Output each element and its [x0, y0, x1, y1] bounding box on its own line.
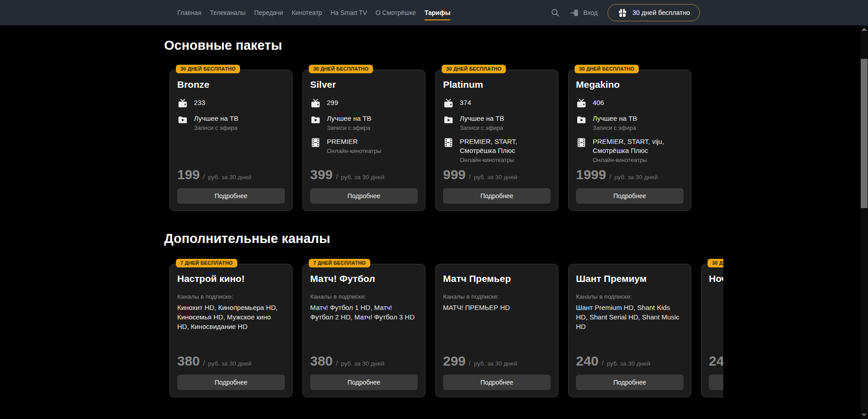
- feature-text: Лучшее на ТВ: [593, 114, 637, 123]
- channels-list: МАТЧ! ПРЕМЬЕР HD: [443, 303, 551, 312]
- nav-item-smart-tv[interactable]: На Smart TV: [330, 0, 367, 25]
- price-value: 399: [310, 167, 333, 182]
- addon-card-match-futbol: 7 ДНЕЙ БЕСПЛАТНО Матч! Футбол Каналы в п…: [302, 264, 425, 397]
- nav-item-home[interactable]: Главная: [177, 0, 201, 25]
- details-button[interactable]: Подробнее: [310, 375, 418, 390]
- feature-sub: Записи с эфира: [593, 124, 637, 132]
- details-button[interactable]: Подробнее: [310, 188, 418, 204]
- play-folder-icon: [576, 114, 587, 124]
- card-title: Шант Премиум: [576, 273, 684, 284]
- feature-best-tv: Лучшее на ТВ Записи с эфира: [576, 114, 684, 132]
- price-divider: /: [469, 359, 471, 367]
- price: 380 / руб. за 30 дней: [310, 353, 384, 369]
- price-divider: /: [602, 359, 604, 367]
- trial-badge: 30 ДНЕЙ БЕСПЛАТНО: [309, 65, 373, 73]
- nav-item-programs[interactable]: Передачи: [254, 0, 283, 25]
- card-title: Silver: [310, 79, 418, 90]
- price: 999 / руб. за 30 дней: [443, 167, 517, 182]
- channel-count: 374: [460, 98, 471, 107]
- tv-icon: [310, 98, 321, 109]
- feature-sub: Онлайн-кинотеатры: [327, 148, 381, 155]
- nav-item-channels[interactable]: Телеканалы: [210, 0, 245, 25]
- feature-sub: Записи с эфира: [460, 124, 504, 132]
- addon-card-match-premier: Матч Премьер Каналы в подписке: МАТЧ! ПР…: [435, 264, 558, 397]
- price-value: 240: [576, 353, 599, 369]
- price-period: руб. за 30 дней: [208, 174, 251, 181]
- play-folder-icon: [310, 114, 321, 124]
- feature-sub: Записи с эфира: [194, 124, 238, 132]
- channels-label: Каналы в подписке:: [443, 293, 551, 300]
- details-button[interactable]: Подробнее: [576, 188, 684, 204]
- price: 380 / руб. за 30 дней: [177, 353, 251, 369]
- nav-item-about[interactable]: О Смотрёшке: [376, 0, 416, 25]
- nav-item-tariffs[interactable]: Тарифы: [425, 0, 450, 25]
- channel-count: 299: [327, 98, 338, 107]
- details-button[interactable]: Подробнее: [709, 375, 723, 390]
- tariff-card-megakino: 30 ДНЕЙ БЕСПЛАТНО Megakino 406 Лучшее на…: [568, 70, 691, 211]
- price-divider: /: [336, 173, 338, 181]
- feature-text: PREMIER, START, viju, Смотрёшка Плюс: [593, 137, 684, 155]
- price: 199 / руб. за 30 дней: [177, 167, 251, 182]
- vertical-scrollbar[interactable]: [860, 25, 868, 419]
- details-button[interactable]: Подробнее: [576, 375, 684, 390]
- film-icon: [576, 137, 587, 148]
- price-period: руб. за 30 дней: [341, 360, 384, 367]
- play-folder-icon: [443, 114, 454, 124]
- free-trial-button[interactable]: 30 дней бесплатно: [608, 4, 700, 21]
- price-period: руб. за 30 дней: [341, 174, 384, 181]
- addon-card-nastroy-kino: 7 ДНЕЙ БЕСПЛАТНО Настрой кино! Каналы в …: [170, 264, 292, 397]
- price-value: 1999: [576, 167, 606, 182]
- tariff-card-platinum: 30 ДНЕЙ БЕСПЛАТНО Platinum 374 Лучшее на…: [435, 70, 558, 211]
- feature-best-tv: Лучшее на ТВ Записи с эфира: [177, 114, 285, 132]
- channels-list: Матч! Футбол 1 HD, Матч! Футбол 2 HD, Ма…: [310, 303, 418, 322]
- top-navigation-bar: Главная Телеканалы Передачи Кинотеатр На…: [0, 0, 868, 25]
- price-period: руб. за 30 дней: [474, 174, 517, 181]
- feature-channel-count: 233: [177, 98, 285, 109]
- tv-icon: [443, 98, 454, 109]
- gift-icon: [618, 8, 627, 18]
- details-button[interactable]: Подробнее: [443, 375, 551, 390]
- feature-sub: Онлайн-кинотеатры: [460, 157, 551, 164]
- price-period: руб. за 30 дней: [614, 174, 658, 181]
- search-icon[interactable]: [551, 8, 560, 17]
- main-packages-row: 30 ДНЕЙ БЕСПЛАТНО Bronze 233 Лучшее на Т…: [164, 62, 723, 219]
- price-value: 380: [177, 353, 200, 369]
- channels-label: Каналы в подписке:: [576, 293, 684, 300]
- card-title: Bronze: [177, 79, 285, 90]
- price-divider: /: [336, 359, 338, 367]
- card-title: Матч! Футбол: [310, 273, 418, 284]
- scrollbar-down-arrow-icon[interactable]: [860, 411, 868, 418]
- scrollbar-up-arrow-icon[interactable]: [860, 26, 868, 33]
- feature-text: Лучшее на ТВ: [194, 114, 238, 123]
- nav-item-cinema[interactable]: Кинотеатр: [292, 0, 322, 25]
- details-button[interactable]: Подробнее: [443, 188, 551, 204]
- feature-cinemas: PREMIER, START, Смотрёшка Плюс Онлайн-ки…: [443, 137, 551, 164]
- price: 1999 / руб. за 30 дней: [576, 167, 658, 182]
- price-divider: /: [203, 173, 205, 181]
- card-title: Матч Премьер: [443, 273, 551, 284]
- trial-badge: 30 ДНЕЙ БЕСПЛАТНО: [575, 65, 639, 73]
- price: 399 / руб. за 30 дней: [310, 167, 384, 182]
- section-title-extra-channels: Дополнительные каналы: [164, 231, 330, 246]
- price-value: 380: [310, 353, 333, 369]
- tariff-card-silver: 30 ДНЕЙ БЕСПЛАТНО Silver 299 Лучшее на Т…: [302, 70, 425, 211]
- feature-best-tv: Лучшее на ТВ Записи с эфира: [310, 114, 418, 132]
- card-title: Настрой кино!: [177, 273, 285, 284]
- feature-cinemas: PREMIER, START, viju, Смотрёшка Плюс Онл…: [576, 137, 684, 164]
- login-icon: [570, 8, 579, 18]
- login-button[interactable]: Вход: [570, 8, 598, 18]
- card-title: Megakino: [576, 79, 684, 90]
- price-value: 240: [709, 353, 723, 369]
- price-divider: /: [469, 173, 471, 181]
- trial-badge: 30 ДНЕЙ БЕСПЛАТНО: [176, 65, 240, 73]
- details-button[interactable]: Подробнее: [177, 188, 285, 204]
- details-button[interactable]: Подробнее: [177, 375, 285, 390]
- card-title: Ночной: [709, 273, 723, 284]
- scrollbar-thumb[interactable]: [861, 59, 868, 208]
- tv-icon: [576, 98, 587, 109]
- main-nav: Главная Телеканалы Передачи Кинотеатр На…: [177, 0, 450, 25]
- trial-badge: 7 ДНЕЙ БЕСПЛАТНО: [176, 259, 237, 267]
- feature-text: Лучшее на ТВ: [327, 114, 371, 123]
- price: 240 / руб. за 30 дней: [576, 353, 650, 369]
- tariff-card-bronze: 30 ДНЕЙ БЕСПЛАТНО Bronze 233 Лучшее на Т…: [170, 70, 292, 211]
